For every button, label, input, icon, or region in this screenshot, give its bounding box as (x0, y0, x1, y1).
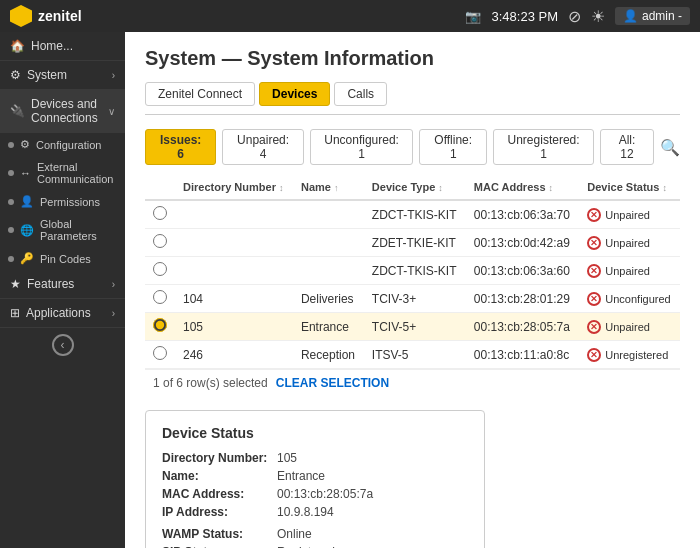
tab-calls[interactable]: Calls (334, 82, 387, 106)
topbar-right: 📷 3:48:23 PM ⊘ ☀ 👤 admin - (465, 7, 690, 26)
cell-mac: 00:13:cb:06:3a:60 (466, 257, 580, 285)
ds-value: 10.9.8.194 (277, 505, 334, 519)
cell-status: ✕ Unpaired (579, 257, 680, 285)
cell-status: ✕ Unpaired (579, 229, 680, 257)
table-row[interactable]: 246 Reception ITSV-5 00:13:cb:11:a0:8c ✕… (145, 341, 680, 369)
sidebar-item-label: Configuration (36, 139, 101, 151)
status-badge: ✕ Unregistered (587, 348, 668, 362)
sidebar-item-applications[interactable]: ⊞ Applications › (0, 299, 125, 328)
col-name[interactable]: Name ↑ (293, 175, 364, 200)
sidebar-item-features[interactable]: ★ Features › (0, 270, 125, 299)
status-badge: ✕ Unpaired (587, 208, 650, 222)
tab-zenitel-connect[interactable]: Zenitel Connect (145, 82, 255, 106)
cell-mac: 00:13:cb:11:a0:8c (466, 341, 580, 369)
sidebar-item-label: Pin Codes (40, 253, 91, 265)
sidebar-item-devices[interactable]: 🔌 Devices and Connections ∨ (0, 90, 125, 133)
status-x-icon: ✕ (587, 264, 601, 278)
cell-status: ✕ Unregistered (579, 341, 680, 369)
ds-value: Online (277, 527, 312, 541)
tab-devices[interactable]: Devices (259, 82, 330, 106)
col-status[interactable]: Device Status ↕ (579, 175, 680, 200)
radio-cell[interactable] (145, 341, 175, 369)
radio-cell[interactable] (145, 313, 175, 341)
cell-mac: 00:13:cb:0d:42:a9 (466, 229, 580, 257)
sidebar-item-permissions[interactable]: 👤 Permissions (0, 190, 125, 213)
sidebar-item-pin-codes[interactable]: 🔑 Pin Codes (0, 247, 125, 270)
cell-name (293, 257, 364, 285)
user-label: admin - (642, 9, 682, 23)
row-radio-0[interactable] (153, 206, 167, 220)
cell-status: ✕ Unpaired (579, 200, 680, 229)
filter-all[interactable]: All: 12 (600, 129, 654, 165)
cell-device-type: TCIV-5+ (364, 313, 466, 341)
ds-value: Entrance (277, 469, 325, 483)
selection-count: 1 of 6 row(s) selected (153, 376, 268, 390)
filter-unconfigured[interactable]: Unconfigured: 1 (310, 129, 413, 165)
radio-cell[interactable] (145, 257, 175, 285)
back-button[interactable]: ‹ (0, 328, 125, 362)
filter-offline[interactable]: Offline: 1 (419, 129, 487, 165)
device-status-panel: Device Status Directory Number:105Name:E… (145, 410, 485, 548)
features-icon: ★ (10, 277, 21, 291)
sidebar-item-system[interactable]: ⚙ System › (0, 61, 125, 90)
page-title: System — System Information (145, 47, 680, 70)
radio-cell[interactable] (145, 229, 175, 257)
tab-bar: Zenitel Connect Devices Calls (145, 82, 680, 115)
row-radio-2[interactable] (153, 262, 167, 276)
monitor-icon[interactable]: 📷 (465, 9, 481, 24)
row-radio-3[interactable] (153, 290, 167, 304)
table-row[interactable]: ZDCT-TKIS-KIT 00:13:cb:06:3a:60 ✕ Unpair… (145, 257, 680, 285)
cell-device-type: ITSV-5 (364, 341, 466, 369)
sort-arrow-status: ↕ (662, 183, 667, 193)
ds-value: 105 (277, 451, 297, 465)
col-device-type[interactable]: Device Type ↕ (364, 175, 466, 200)
col-dir-num[interactable]: Directory Number ↕ (175, 175, 293, 200)
status-x-icon: ✕ (587, 208, 601, 222)
cell-mac: 00:13:cb:06:3a:70 (466, 200, 580, 229)
cell-device-type: ZDCT-TKIS-KIT (364, 200, 466, 229)
cell-dir-num: 246 (175, 341, 293, 369)
row-radio-5[interactable] (153, 346, 167, 360)
row-radio-1[interactable] (153, 234, 167, 248)
status-badge: ✕ Unconfigured (587, 292, 670, 306)
chevron-right-icon: › (112, 279, 115, 290)
sidebar-item-home[interactable]: 🏠 Home... (0, 32, 125, 61)
table-row[interactable]: ZDCT-TKIS-KIT 00:13:cb:06:3a:70 ✕ Unpair… (145, 200, 680, 229)
sidebar-item-external-comm[interactable]: ↔ External Communication (0, 156, 125, 190)
system-icon: ⚙ (10, 68, 21, 82)
row-radio-4[interactable] (153, 318, 167, 332)
clear-selection-button[interactable]: CLEAR SELECTION (276, 376, 389, 390)
cell-dir-num: 104 (175, 285, 293, 313)
sidebar-item-label: Permissions (40, 196, 100, 208)
sidebar-item-label: Home... (31, 39, 73, 53)
device-status-title: Device Status (162, 425, 468, 441)
cell-dir-num (175, 257, 293, 285)
ds-label: IP Address: (162, 505, 277, 519)
radio-cell[interactable] (145, 200, 175, 229)
dot-icon (8, 142, 14, 148)
filter-unregistered[interactable]: Unregistered: 1 (493, 129, 594, 165)
topbar: zenitel 📷 3:48:23 PM ⊘ ☀ 👤 admin - (0, 0, 700, 32)
table-row[interactable]: 104 Deliveries TCIV-3+ 00:13:cb:28:01:29… (145, 285, 680, 313)
table-row[interactable]: ZDET-TKIE-KIT 00:13:cb:0d:42:a9 ✕ Unpair… (145, 229, 680, 257)
radio-cell[interactable] (145, 285, 175, 313)
dot-icon (8, 199, 14, 205)
sidebar-item-label: Global Parameters (40, 218, 115, 242)
status-x-icon: ✕ (587, 236, 601, 250)
table-row[interactable]: 105 Entrance TCIV-5+ 00:13:cb:28:05:7a ✕… (145, 313, 680, 341)
sidebar-item-global-params[interactable]: 🌐 Global Parameters (0, 213, 125, 247)
sidebar-item-configuration[interactable]: ⚙ Configuration (0, 133, 125, 156)
col-mac[interactable]: MAC Address ↕ (466, 175, 580, 200)
filter-unpaired[interactable]: Unpaired: 4 (222, 129, 304, 165)
settings-icon[interactable]: ☀ (591, 7, 605, 26)
cell-status: ✕ Unconfigured (579, 285, 680, 313)
cell-name (293, 229, 364, 257)
snooze-icon[interactable]: ⊘ (568, 7, 581, 26)
filter-issues[interactable]: Issues: 6 (145, 129, 216, 165)
search-icon[interactable]: 🔍 (660, 138, 680, 157)
status-badge: ✕ Unpaired (587, 320, 650, 334)
ds-field-row: Name:Entrance (162, 469, 468, 483)
sort-arrow-mac: ↕ (549, 183, 554, 193)
user-menu[interactable]: 👤 admin - (615, 7, 690, 25)
ds-label: MAC Address: (162, 487, 277, 501)
